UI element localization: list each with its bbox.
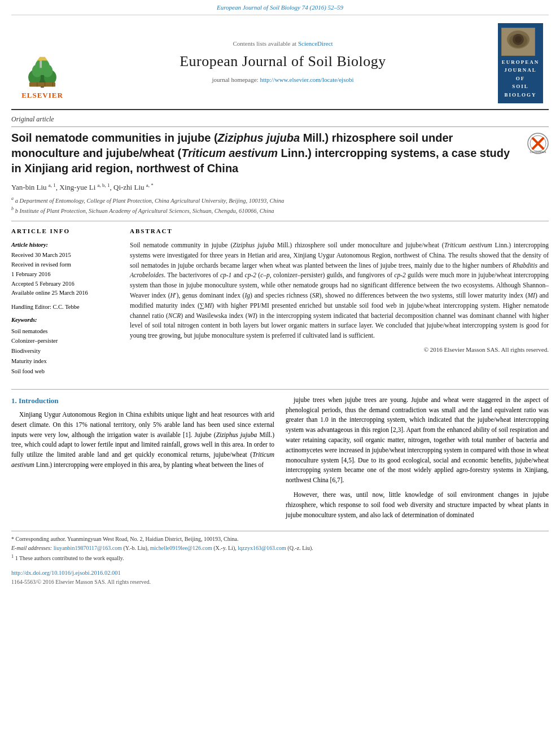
article-history-label: Article history: [11, 241, 119, 249]
elsevier-logo-section: ELSEVIER [11, 21, 73, 103]
issn-line: 1164-5563/© 2016 Elsevier Masson SAS. Al… [11, 578, 549, 587]
elsevier-wordmark: ELSEVIER [21, 90, 63, 101]
journal-badge-section: EUROPEANJOURNAL OFSOILBIOLOGY [492, 21, 549, 103]
journal-header: ELSEVIER Contents lists available at Sci… [11, 15, 549, 110]
affiliations: a a Department of Entomology, College of… [11, 195, 549, 215]
keywords-list: Soil nematodes Colonizer–persister Biodi… [11, 326, 119, 377]
section-divider [11, 389, 549, 390]
badge-image [501, 28, 535, 56]
svg-point-6 [42, 65, 53, 77]
copyright-notice: © 2016 Elsevier Masson SAS. All rights r… [130, 346, 549, 355]
abstract-text: Soil nematode community in jujube (Zizip… [130, 241, 549, 341]
article-type: Original article [11, 115, 549, 127]
keywords-label: Keywords: [11, 316, 119, 324]
sciencedirect-link[interactable]: Contents lists available at ScienceDirec… [233, 40, 333, 49]
svg-rect-7 [29, 82, 55, 86]
corresponding-author-note: * Corresponding author. Yuanmingyuan Wes… [11, 535, 549, 544]
svg-rect-11 [40, 60, 42, 68]
main-content: Original article Soil nematode communiti… [11, 110, 549, 381]
introduction-heading: 1. Introduction [11, 395, 274, 407]
journal-badge: EUROPEANJOURNAL OFSOILBIOLOGY [498, 23, 543, 103]
article-title: Soil nematode communities in jujube (Ziz… [11, 130, 518, 176]
journal-title-section: Contents lists available at ScienceDirec… [73, 21, 492, 103]
svg-marker-12 [37, 57, 47, 60]
svg-point-17 [515, 36, 522, 43]
body-left-column: 1. Introduction Xinjiang Uygur Autonomou… [11, 395, 274, 525]
journal-homepage: journal homepage: http://www.elsevier.co… [212, 76, 353, 85]
elsevier-tree-icon [23, 55, 62, 89]
journal-title: European Journal of Soil Biology [180, 51, 386, 72]
article-info-heading: ARTICLE INFO [11, 227, 119, 236]
abstract-heading: ABSTRACT [130, 227, 549, 236]
equal-contribution-note: 1 1 These authors contributed to the wor… [11, 553, 549, 563]
article-title-section: Soil nematode communities in jujube (Ziz… [11, 130, 549, 176]
footnote-section: * Corresponding author. Yuanmingyuan Wes… [11, 531, 549, 563]
handling-editor: Handling Editor: C.C. Tebbe [11, 303, 119, 311]
body-content: 1. Introduction Xinjiang Uygur Autonomou… [11, 395, 549, 525]
abstract-column: ABSTRACT Soil nematode community in juju… [130, 227, 549, 381]
authors-line: Yan-bin Liu a, 1, Xing-yue Li a, b, 1, Q… [11, 182, 549, 193]
article-dates: Received 30 March 2015 Received in revis… [11, 251, 119, 298]
keywords-section: Keywords: Soil nematodes Colonizer–persi… [11, 316, 119, 376]
intro-para-3: However, there was, until now, little kn… [286, 490, 549, 520]
email-addresses: E-mail addresses: liuyanbin19870117@163.… [11, 544, 549, 553]
body-right-column: jujube trees when jujube trees are young… [286, 395, 549, 525]
journal-citation: European Journal of Soil Biology 74 (201… [0, 0, 560, 15]
crossmark-badge[interactable]: CrossMark [527, 133, 549, 154]
article-info-column: ARTICLE INFO Article history: Received 3… [11, 227, 119, 381]
intro-para-1: Xinjiang Uygur Autonomous Region in Chin… [11, 410, 274, 470]
svg-text:CrossMark: CrossMark [530, 150, 546, 154]
doi-bar: http://dx.doi.org/10.1016/j.ejsobi.2016.… [11, 566, 549, 587]
intro-para-2: jujube trees when jujube trees are young… [286, 395, 549, 486]
info-abstract-section: ARTICLE INFO Article history: Received 3… [11, 221, 549, 381]
